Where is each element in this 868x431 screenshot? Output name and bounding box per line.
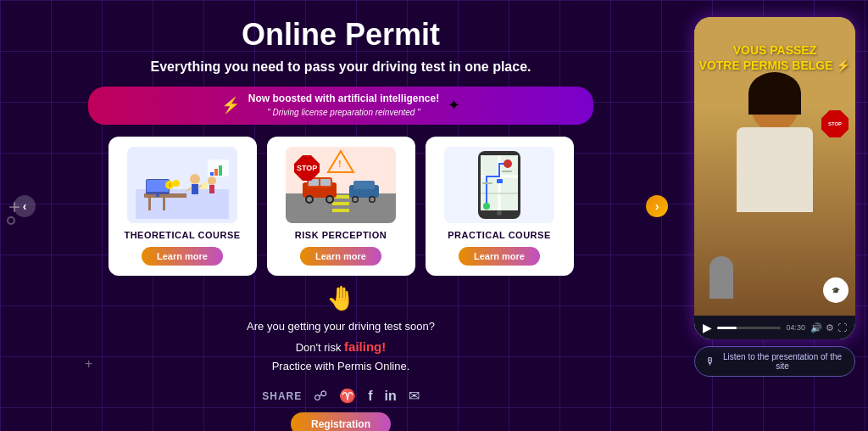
svg-rect-18 [219, 165, 222, 176]
video-ctrl-icons: 🔊 ⚙ ⛶ [810, 322, 847, 333]
cta-text: Are you getting your driving test soon? … [247, 317, 435, 377]
sparkle-icon: ✦ [448, 96, 460, 115]
linkedin-icon[interactable]: in [385, 389, 397, 404]
card-practical-image [444, 147, 554, 223]
card-theoretical-image: $ [127, 147, 237, 223]
svg-rect-14 [209, 185, 214, 193]
svg-rect-17 [214, 169, 218, 176]
card-practical: PRACTICAL COURSE Learn more [426, 137, 574, 276]
learn-more-theoretical-button[interactable]: Learn more [142, 247, 223, 266]
learn-more-risk-button[interactable]: Learn more [300, 247, 381, 266]
deco-circle-left [7, 216, 15, 225]
messenger-icon[interactable]: ♈ [339, 388, 356, 404]
svg-text:!: ! [338, 159, 342, 169]
volume-icon[interactable]: 🔊 [810, 322, 822, 333]
share-row: SHARE ☍ ♈ f in ✉ [262, 388, 420, 404]
page-title: Online Permit [242, 17, 440, 53]
right-panel: VOUS PASSEZVOTRE PERMIS BELGE ⚡ STOP 🎓 ▶ [682, 0, 868, 431]
card-theoretical: $ THEORETICAL COURSE Learn more [108, 137, 257, 276]
svg-point-38 [353, 197, 358, 201]
svg-point-30 [307, 197, 312, 202]
svg-rect-6 [147, 180, 169, 192]
svg-rect-25 [332, 202, 349, 205]
listen-button[interactable]: 🎙 Listen to the presentation of the site [694, 346, 855, 377]
svg-point-52 [483, 203, 490, 210]
person-hair [748, 72, 801, 115]
deco-cross-bottom: + [85, 356, 92, 372]
cards-row: ‹ [25, 137, 656, 276]
svg-rect-56 [482, 182, 492, 184]
next-arrow[interactable]: › [646, 195, 668, 217]
svg-rect-55 [497, 179, 503, 183]
card-theoretical-title: THEORETICAL COURSE [124, 230, 240, 240]
svg-rect-26 [332, 209, 349, 212]
svg-rect-4 [163, 198, 165, 210]
svg-text:$: $ [169, 182, 171, 188]
left-panel: + + Online Permit Everything you need to… [0, 0, 682, 431]
svg-point-20 [173, 180, 180, 187]
learn-more-practical-button[interactable]: Learn more [459, 247, 540, 266]
whatsapp-icon[interactable]: ☍ [314, 388, 327, 404]
microphone-icon [709, 256, 733, 299]
card-risk-title: RISK PERCEPTION [295, 230, 387, 240]
ai-banner-text: Now boosted with artificial intelligence… [248, 92, 439, 119]
svg-rect-36 [353, 181, 375, 189]
progress-fill [717, 327, 737, 329]
svg-rect-9 [192, 184, 198, 194]
registration-button[interactable]: Registration [291, 412, 391, 431]
svg-point-13 [208, 176, 216, 185]
facebook-icon[interactable]: f [368, 389, 372, 404]
settings-icon[interactable]: ⚙ [826, 322, 834, 333]
prev-arrow[interactable]: ‹ [14, 195, 36, 217]
fullscreen-icon[interactable]: ⛶ [837, 322, 847, 333]
badge-icon: 🎓 [823, 277, 849, 303]
svg-text:STOP: STOP [297, 164, 317, 172]
wave-icon: 🤚 [326, 284, 356, 312]
email-icon[interactable]: ✉ [409, 388, 420, 404]
hand-icon-row: 🤚 [326, 284, 356, 312]
person-body [737, 127, 813, 212]
play-button[interactable]: ▶ [703, 321, 712, 334]
ai-icon: ⚡ [221, 96, 240, 115]
progress-bar[interactable] [717, 327, 781, 329]
listen-icon: 🎙 [705, 355, 715, 367]
ai-banner: ⚡ Now boosted with artificial intelligen… [88, 87, 593, 124]
svg-point-40 [370, 197, 375, 201]
video-overlay-text: VOUS PASSEZVOTRE PERMIS BELGE ⚡ [694, 42, 855, 73]
video-phone: VOUS PASSEZVOTRE PERMIS BELGE ⚡ STOP 🎓 ▶ [694, 17, 855, 339]
svg-point-32 [327, 197, 332, 202]
card-risk: STOP ! RISK PERCEPTION Learn more [267, 137, 415, 276]
video-content: VOUS PASSEZVOTRE PERMIS BELGE ⚡ STOP 🎓 [694, 17, 855, 316]
svg-rect-7 [156, 194, 159, 197]
video-time: 04:30 [786, 323, 805, 332]
card-practical-title: PRACTICAL COURSE [448, 230, 550, 240]
svg-rect-3 [148, 198, 151, 210]
svg-rect-12 [202, 182, 207, 189]
page-subtitle: Everything you need to pass your driving… [151, 58, 531, 76]
card-risk-image: STOP ! [286, 147, 396, 223]
video-controls: ▶ 04:30 🔊 ⚙ ⛶ [694, 316, 855, 339]
svg-point-58 [497, 210, 502, 216]
svg-rect-16 [210, 172, 214, 176]
share-label: SHARE [262, 390, 302, 402]
svg-point-8 [190, 174, 200, 184]
svg-rect-57 [502, 171, 512, 172]
svg-rect-34 [320, 179, 331, 186]
